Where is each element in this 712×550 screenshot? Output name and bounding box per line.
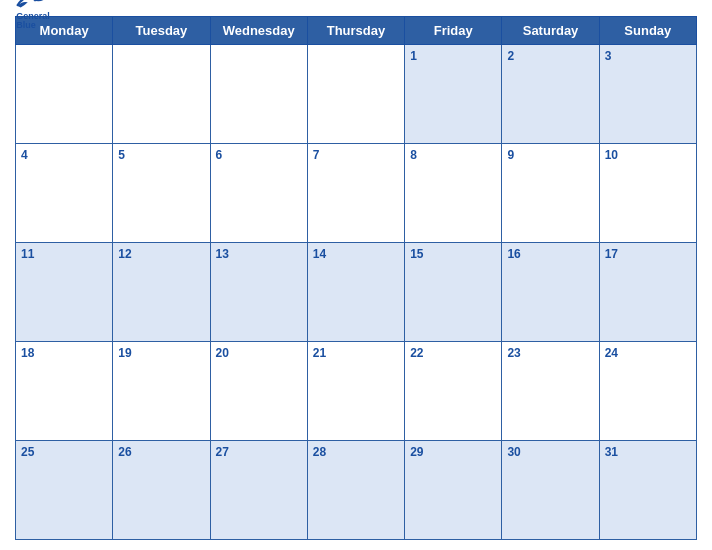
day-number: 16 bbox=[507, 247, 520, 261]
day-number: 17 bbox=[605, 247, 618, 261]
day-number: 9 bbox=[507, 148, 514, 162]
day-number: 23 bbox=[507, 346, 520, 360]
calendar-cell: 11 bbox=[16, 243, 113, 342]
calendar-cell: 23 bbox=[502, 342, 599, 441]
calendar-cell: 20 bbox=[210, 342, 307, 441]
calendar-cell bbox=[307, 45, 404, 144]
day-header-wednesday: Wednesday bbox=[210, 17, 307, 45]
calendar-week-row: 45678910 bbox=[16, 144, 697, 243]
calendar-week-row: 25262728293031 bbox=[16, 441, 697, 540]
day-number: 15 bbox=[410, 247, 423, 261]
calendar-cell: 12 bbox=[113, 243, 210, 342]
day-header-thursday: Thursday bbox=[307, 17, 404, 45]
calendar-cell: 8 bbox=[405, 144, 502, 243]
calendar-cell: 21 bbox=[307, 342, 404, 441]
calendar-cell: 22 bbox=[405, 342, 502, 441]
calendar-cell: 28 bbox=[307, 441, 404, 540]
calendar-table: MondayTuesdayWednesdayThursdayFridaySatu… bbox=[15, 16, 697, 540]
calendar-week-row: 11121314151617 bbox=[16, 243, 697, 342]
calendar-cell: 18 bbox=[16, 342, 113, 441]
calendar-cell: 16 bbox=[502, 243, 599, 342]
day-number: 25 bbox=[21, 445, 34, 459]
calendar-cell: 19 bbox=[113, 342, 210, 441]
day-number: 11 bbox=[21, 247, 34, 261]
logo-text: General Blue bbox=[16, 12, 50, 30]
calendar-cell: 9 bbox=[502, 144, 599, 243]
calendar-cell: 10 bbox=[599, 144, 696, 243]
calendar-cell: 25 bbox=[16, 441, 113, 540]
logo: General Blue bbox=[15, 0, 51, 30]
calendar-cell: 3 bbox=[599, 45, 696, 144]
calendar-cell: 6 bbox=[210, 144, 307, 243]
day-number: 22 bbox=[410, 346, 423, 360]
day-number: 3 bbox=[605, 49, 612, 63]
day-number: 20 bbox=[216, 346, 229, 360]
day-number: 6 bbox=[216, 148, 223, 162]
day-number: 2 bbox=[507, 49, 514, 63]
calendar-cell: 26 bbox=[113, 441, 210, 540]
calendar-cell: 31 bbox=[599, 441, 696, 540]
day-number: 10 bbox=[605, 148, 618, 162]
day-number: 24 bbox=[605, 346, 618, 360]
calendar-week-row: 123 bbox=[16, 45, 697, 144]
calendar-cell: 1 bbox=[405, 45, 502, 144]
day-number: 18 bbox=[21, 346, 34, 360]
calendar-cell: 14 bbox=[307, 243, 404, 342]
day-number: 30 bbox=[507, 445, 520, 459]
day-number: 13 bbox=[216, 247, 229, 261]
day-number: 19 bbox=[118, 346, 131, 360]
calendar-cell: 4 bbox=[16, 144, 113, 243]
calendar-cell: 30 bbox=[502, 441, 599, 540]
day-header-tuesday: Tuesday bbox=[113, 17, 210, 45]
calendar-cell: 24 bbox=[599, 342, 696, 441]
calendar-cell bbox=[113, 45, 210, 144]
day-number: 12 bbox=[118, 247, 131, 261]
day-number: 27 bbox=[216, 445, 229, 459]
calendar-cell bbox=[16, 45, 113, 144]
day-number: 8 bbox=[410, 148, 417, 162]
day-number: 28 bbox=[313, 445, 326, 459]
calendar-cell: 17 bbox=[599, 243, 696, 342]
day-number: 21 bbox=[313, 346, 326, 360]
day-number: 1 bbox=[410, 49, 417, 63]
day-number: 4 bbox=[21, 148, 28, 162]
calendar-cell: 13 bbox=[210, 243, 307, 342]
calendar-cell: 29 bbox=[405, 441, 502, 540]
calendar-cell bbox=[210, 45, 307, 144]
day-number: 7 bbox=[313, 148, 320, 162]
calendar-cell: 5 bbox=[113, 144, 210, 243]
day-number: 5 bbox=[118, 148, 125, 162]
calendar-cell: 7 bbox=[307, 144, 404, 243]
calendar-header-row: MondayTuesdayWednesdayThursdayFridaySatu… bbox=[16, 17, 697, 45]
day-number: 31 bbox=[605, 445, 618, 459]
calendar-cell: 2 bbox=[502, 45, 599, 144]
day-header-sunday: Sunday bbox=[599, 17, 696, 45]
calendar-week-row: 18192021222324 bbox=[16, 342, 697, 441]
day-number: 26 bbox=[118, 445, 131, 459]
calendar-cell: 15 bbox=[405, 243, 502, 342]
day-number: 29 bbox=[410, 445, 423, 459]
day-number: 14 bbox=[313, 247, 326, 261]
day-header-friday: Friday bbox=[405, 17, 502, 45]
day-header-saturday: Saturday bbox=[502, 17, 599, 45]
calendar-cell: 27 bbox=[210, 441, 307, 540]
